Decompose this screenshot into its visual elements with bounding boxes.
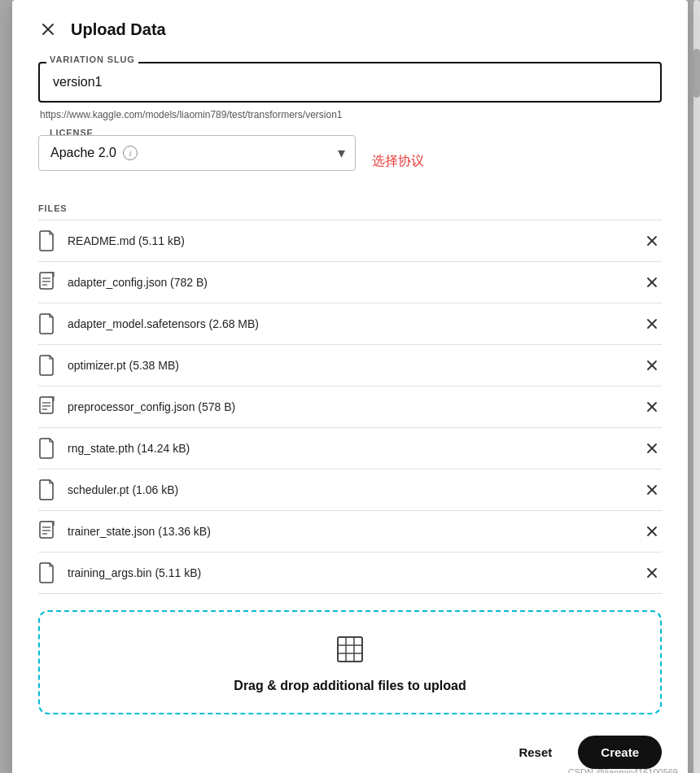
file-icon [38, 563, 58, 583]
files-label: FILES [38, 203, 662, 213]
file-remove-button[interactable] [642, 440, 662, 456]
file-icon [38, 231, 58, 251]
table-row: adapter_model.safetensors (2.68 MB) [38, 304, 662, 345]
reset-button[interactable]: Reset [505, 737, 565, 767]
file-icon [38, 522, 58, 541]
file-name: README.md (5.11 kB) [68, 234, 632, 247]
table-row: README.md (5.11 kB) [38, 221, 662, 262]
table-row: preprocessor_config.json (578 B) [38, 386, 662, 428]
table-icon [335, 635, 365, 670]
file-icon [38, 314, 58, 334]
scrollbar[interactable] [693, 0, 700, 773]
files-section: FILES README.md (5.11 kB) adapter_config… [38, 203, 662, 594]
file-icon [38, 273, 58, 292]
license-group: LICENSE Apache 2.0 i ▾ Apache 2.0 MIT GP… [38, 135, 356, 171]
variation-slug-group: VARIATION SLUG 定义个版本号 [38, 62, 662, 103]
files-list: README.md (5.11 kB) adapter_config.json … [38, 220, 662, 594]
variation-slug-label: VARIATION SLUG [46, 55, 138, 64]
file-name: training_args.bin (5.11 kB) [68, 566, 632, 579]
file-remove-button[interactable] [642, 357, 662, 373]
file-icon [38, 397, 58, 417]
create-button[interactable]: Create [578, 736, 662, 769]
file-name: scheduler.pt (1.06 kB) [68, 483, 632, 496]
modal-title: Upload Data [71, 20, 166, 39]
file-name: optimizer.pt (5.38 MB) [68, 359, 632, 372]
watermark: CSDN @liaomin416100569 [568, 767, 678, 773]
modal-container: Upload Data VARIATION SLUG 定义个版本号 https:… [12, 0, 688, 773]
drop-zone[interactable]: Drag & drop additional files to upload [38, 610, 662, 714]
table-row: trainer_state.json (13.36 kB) [38, 511, 662, 552]
license-select-wrapper[interactable]: Apache 2.0 i ▾ Apache 2.0 MIT GPL Other [38, 135, 356, 171]
file-icon [38, 439, 58, 458]
file-name: rng_state.pth (14.24 kB) [68, 442, 632, 455]
license-annotation: 选择协议 [372, 153, 424, 170]
file-remove-button[interactable] [642, 482, 662, 498]
svg-rect-14 [40, 397, 53, 413]
file-name: preprocessor_config.json (578 B) [68, 400, 632, 413]
table-row: adapter_config.json (782 B) [38, 262, 662, 304]
modal-footer: Reset Create [38, 721, 662, 773]
file-name: adapter_config.json (782 B) [68, 276, 632, 289]
close-button[interactable] [38, 20, 58, 39]
scroll-thumb[interactable] [693, 49, 700, 98]
file-remove-button[interactable] [642, 274, 662, 290]
file-remove-button[interactable] [642, 316, 662, 332]
file-icon [38, 356, 58, 375]
drop-text: Drag & drop additional files to upload [234, 679, 466, 693]
svg-rect-32 [338, 637, 362, 662]
table-row: training_args.bin (5.11 kB) [38, 552, 662, 594]
file-remove-button[interactable] [642, 523, 662, 539]
license-container: LICENSE Apache 2.0 i ▾ Apache 2.0 MIT GP… [38, 135, 356, 187]
table-row: optimizer.pt (5.38 MB) [38, 345, 662, 386]
file-name: adapter_model.safetensors (2.68 MB) [68, 317, 632, 330]
file-remove-button[interactable] [642, 233, 662, 249]
file-icon [38, 480, 58, 500]
file-remove-button[interactable] [642, 399, 662, 415]
file-name: trainer_state.json (13.36 kB) [68, 525, 632, 538]
url-hint: https://www.kaggle.com/models/liaomin789… [38, 109, 662, 120]
svg-rect-4 [40, 273, 53, 289]
table-row: rng_state.pth (14.24 kB) [38, 428, 662, 469]
file-remove-button[interactable] [642, 565, 662, 581]
svg-rect-24 [40, 522, 53, 538]
variation-slug-input[interactable] [38, 62, 662, 103]
modal-header: Upload Data [38, 20, 662, 39]
modal-overlay: Upload Data VARIATION SLUG 定义个版本号 https:… [0, 0, 700, 773]
table-row: scheduler.pt (1.06 kB) [38, 469, 662, 511]
